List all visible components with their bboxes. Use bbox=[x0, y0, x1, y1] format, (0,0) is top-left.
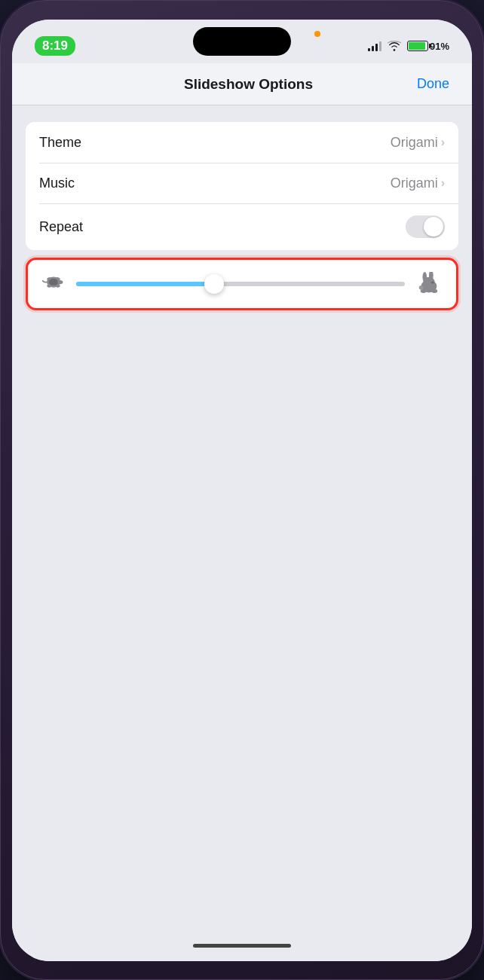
battery-icon bbox=[407, 41, 428, 51]
music-chevron-icon: › bbox=[441, 176, 445, 190]
music-label: Music bbox=[39, 176, 75, 191]
theme-label: Theme bbox=[39, 135, 81, 151]
signal-bar-4 bbox=[379, 41, 381, 51]
silent-button[interactable] bbox=[0, 121, 2, 151]
slow-icon bbox=[41, 273, 66, 295]
status-bar: 8:19 bbox=[12, 20, 472, 63]
settings-group: Theme Origami › Music Origami › bbox=[26, 122, 458, 250]
music-value: Origami bbox=[391, 176, 438, 191]
nav-bar: Slideshow Options Done bbox=[12, 63, 472, 105]
svg-point-2 bbox=[57, 280, 63, 284]
battery-fill bbox=[409, 42, 425, 50]
speed-slider-track-container bbox=[76, 282, 405, 286]
signal-bar-2 bbox=[372, 46, 374, 51]
speed-slider-fill bbox=[76, 282, 214, 286]
speed-slider-track bbox=[76, 282, 405, 286]
theme-value-container: Origami › bbox=[391, 135, 445, 151]
repeat-toggle[interactable] bbox=[406, 215, 445, 238]
music-value-container: Origami › bbox=[391, 176, 445, 191]
volume-up-button[interactable] bbox=[0, 166, 2, 212]
signal-bars bbox=[368, 41, 381, 51]
status-right: 91% bbox=[368, 41, 449, 52]
page-title: Slideshow Options bbox=[184, 76, 313, 93]
signal-bar-3 bbox=[375, 44, 378, 51]
content-area: Theme Origami › Music Origami › bbox=[12, 105, 472, 961]
repeat-row: Repeat bbox=[26, 203, 458, 250]
status-time: 8:19 bbox=[35, 36, 75, 56]
repeat-label: Repeat bbox=[39, 219, 83, 235]
fast-icon bbox=[415, 272, 443, 296]
orange-indicator bbox=[314, 31, 320, 37]
toggle-thumb bbox=[424, 217, 443, 237]
done-button[interactable]: Done bbox=[417, 76, 449, 92]
svg-point-11 bbox=[431, 282, 434, 284]
theme-row[interactable]: Theme Origami › bbox=[26, 122, 458, 163]
signal-bar-1 bbox=[368, 48, 370, 51]
battery: 91% bbox=[407, 41, 449, 52]
home-indicator[interactable] bbox=[193, 944, 291, 948]
svg-point-14 bbox=[419, 285, 424, 290]
battery-percent: 91% bbox=[430, 41, 449, 52]
svg-point-1 bbox=[49, 279, 58, 285]
volume-down-button[interactable] bbox=[0, 223, 2, 268]
phone-frame: 8:19 bbox=[0, 0, 484, 980]
wifi-icon bbox=[388, 41, 401, 51]
dynamic-island bbox=[193, 27, 291, 56]
theme-chevron-icon: › bbox=[441, 136, 445, 149]
music-row[interactable]: Music Origami › bbox=[26, 163, 458, 203]
speed-slider-row[interactable] bbox=[26, 258, 458, 310]
theme-value: Origami bbox=[391, 135, 438, 151]
speed-slider-thumb[interactable] bbox=[204, 274, 224, 294]
screen: 8:19 bbox=[12, 20, 472, 961]
